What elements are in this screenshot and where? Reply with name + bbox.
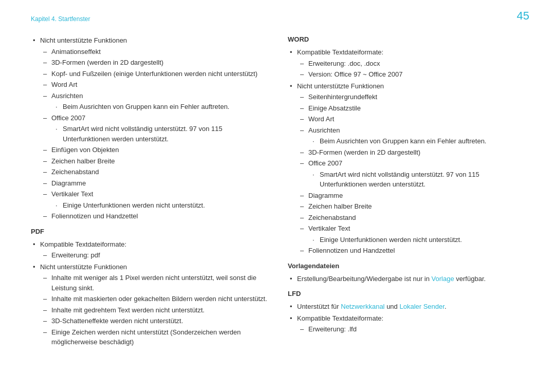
list-item: Ausrichten Beim Ausrichten von Gruppen k… — [40, 91, 267, 112]
two-column-layout: Nicht unterstützte Funktionen Animations… — [31, 35, 524, 353]
list-item: Animationseffekt — [40, 47, 267, 57]
word-heading: WORD — [288, 35, 524, 43]
page-number: 45 — [517, 9, 529, 23]
sub-list: Inhalte mit weniger als 1 Pixel werden n… — [40, 273, 267, 347]
sub-sub-list: Einige Unterfunktionen werden nicht unte… — [51, 200, 267, 211]
vorlage-link[interactable]: Vorlage — [432, 275, 454, 283]
list-item: Inhalte mit maskierten oder gekachelten … — [40, 294, 267, 304]
list-item: Erweiterung: .doc, .docx — [297, 59, 524, 69]
lfd-section: LFD Unterstützt für Netzwerkkanal und Lo… — [288, 290, 524, 334]
unsupported-functions-block: Nicht unterstützte Funktionen Animations… — [31, 35, 267, 221]
list-item: Version: Office 97 ~ Office 2007 — [297, 69, 524, 80]
sub-list: Erweiterung: pdf — [40, 250, 267, 260]
list-item: 3D-Formen (werden in 2D dargestellt) — [297, 147, 524, 158]
list-item: Zeichen halber Breite — [297, 201, 524, 212]
netzwerkkanal-link[interactable]: Netzwerkkanal — [341, 303, 384, 310]
list-item: Nicht unterstützte Funktionen Animations… — [31, 35, 267, 221]
list-item: Zeichen halber Breite — [40, 156, 267, 166]
list-item: SmartArt wird nicht vollständig unterstü… — [51, 124, 267, 144]
chapter-link[interactable]: Kapitel 4. Startfenster — [31, 15, 524, 23]
list-item: Word Art — [40, 80, 267, 90]
list-item: Vertikaler Text Einige Unterfunktionen w… — [40, 189, 267, 210]
list-item: Inhalte mit gedrehtem Text werden nicht … — [40, 305, 267, 315]
list-item: Nicht unterstützte Funktionen Inhalte mi… — [31, 262, 267, 347]
pdf-section: PDF Kompatible Textdateiformate: Erweite… — [31, 228, 267, 347]
list-item: Foliennotizen und Handzettel — [40, 211, 267, 221]
list-item: Beim Ausrichten von Gruppen kann ein Feh… — [308, 136, 524, 146]
list-item: Kompatible Textdateiformate: Erweiterung… — [31, 239, 267, 260]
list-item: Inhalte mit weniger als 1 Pixel werden n… — [40, 273, 267, 293]
list-item: Zeichenabstand — [40, 167, 267, 177]
list-item: Office 2007 SmartArt wird nicht vollstän… — [297, 158, 524, 190]
list-item: Beim Ausrichten von Gruppen kann ein Feh… — [51, 102, 267, 112]
vorlagendateien-heading: Vorlagendateien — [288, 262, 524, 270]
sub-list: Animationseffekt 3D-Formen (werden in 2D… — [40, 47, 267, 221]
list-item: Kopf- und Fußzeilen (einige Unterfunktio… — [40, 69, 267, 79]
list-item: SmartArt wird nicht vollständig unterstü… — [308, 170, 524, 190]
list-item: Einige Unterfunktionen werden nicht unte… — [308, 235, 524, 245]
list-item: Kompatible Textdateiformate: Erweiterung… — [288, 47, 524, 80]
list-item: Einige Zeichen werden nicht unterstützt … — [40, 327, 267, 347]
list-item: Vertikaler Text Einige Unterfunktionen w… — [297, 223, 524, 245]
list-item: Kompatible Textdateiformate: Erweiterung… — [288, 313, 524, 334]
list-item: Einfügen von Objekten — [40, 145, 267, 155]
sub-list: Erweiterung: .lfd — [297, 324, 524, 334]
word-section: WORD Kompatible Textdateiformate: Erweit… — [288, 35, 524, 256]
left-column: Nicht unterstützte Funktionen Animations… — [31, 35, 267, 353]
list-item: Einige Unterfunktionen werden nicht unte… — [51, 200, 267, 211]
list-item: Diagramme — [40, 178, 267, 189]
list-item: Diagramme — [297, 191, 524, 201]
vorlagendateien-list: Erstellung/Bearbeitung/Wiedergabe ist nu… — [288, 274, 524, 284]
page-container: 45 Kapitel 4. Startfenster Nicht unterst… — [0, 0, 555, 392]
sub-sub-list: SmartArt wird nicht vollständig unterstü… — [51, 124, 267, 144]
list-item: Erstellung/Bearbeitung/Wiedergabe ist nu… — [288, 274, 524, 284]
list-item: Einige Absatzstile — [297, 103, 524, 114]
sub-sub-list: SmartArt wird nicht vollständig unterstü… — [308, 170, 524, 190]
list-item: Office 2007 SmartArt wird nicht vollstän… — [40, 113, 267, 144]
sub-sub-list: Beim Ausrichten von Gruppen kann ein Feh… — [308, 136, 524, 146]
pdf-list: Kompatible Textdateiformate: Erweiterung… — [31, 239, 267, 347]
sub-list: Erweiterung: .doc, .docx Version: Office… — [297, 59, 524, 80]
list-item: Foliennotizen und Handzettel — [297, 246, 524, 256]
list-item: Ausrichten Beim Ausrichten von Gruppen k… — [297, 125, 524, 146]
list-item: 3D-Formen (werden in 2D dargestellt) — [40, 58, 267, 68]
pdf-heading: PDF — [31, 228, 267, 235]
lokaler-sender-link[interactable]: Lokaler Sender — [399, 303, 444, 310]
word-list: Kompatible Textdateiformate: Erweiterung… — [288, 47, 524, 256]
list-item: Erweiterung: pdf — [40, 250, 267, 260]
list-item: Nicht unterstützte Funktionen Seitenhint… — [288, 81, 524, 256]
lfd-heading: LFD — [288, 290, 524, 297]
list-item: Word Art — [297, 114, 524, 124]
list-item: Zeichenabstand — [297, 213, 524, 223]
list-item: Erweiterung: .lfd — [297, 324, 524, 334]
unsupported-list: Nicht unterstützte Funktionen Animations… — [31, 35, 267, 221]
sub-sub-list: Beim Ausrichten von Gruppen kann ein Feh… — [51, 102, 267, 112]
right-column: WORD Kompatible Textdateiformate: Erweit… — [288, 35, 524, 353]
list-item: Unterstützt für Netzwerkkanal und Lokale… — [288, 302, 524, 312]
list-item: Seitenhintergrundeffekt — [297, 92, 524, 102]
vorlagendateien-section: Vorlagendateien Erstellung/Bearbeitung/W… — [288, 262, 524, 284]
list-item: 3D-Schatteneffekte werden nicht unterstü… — [40, 316, 267, 326]
sub-sub-list: Einige Unterfunktionen werden nicht unte… — [308, 235, 524, 245]
sub-list: Seitenhintergrundeffekt Einige Absatzsti… — [297, 92, 524, 256]
lfd-list: Unterstützt für Netzwerkkanal und Lokale… — [288, 302, 524, 334]
